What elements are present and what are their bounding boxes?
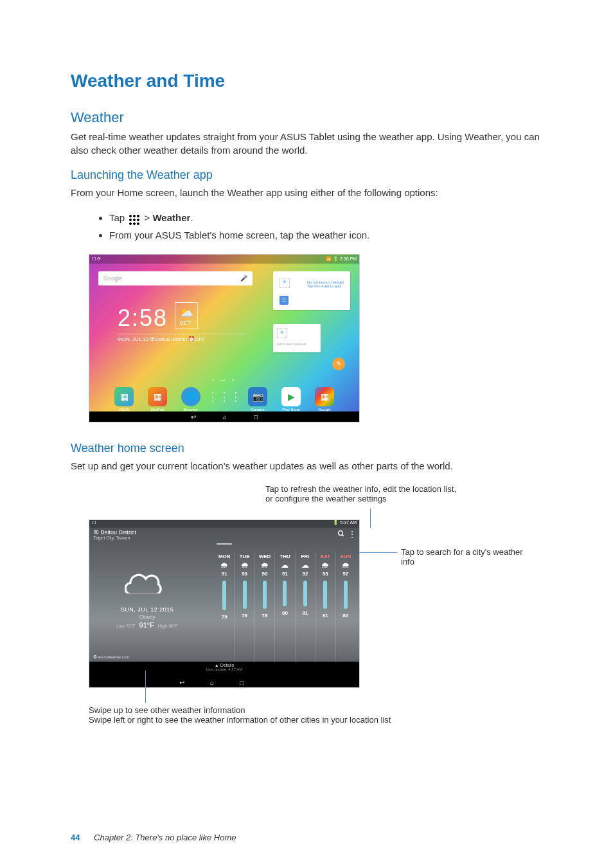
temp-bar — [283, 581, 287, 606]
weather-icon: ☁ — [296, 561, 315, 570]
home-icon[interactable]: ⌂ — [210, 679, 214, 686]
temp-bar — [344, 581, 348, 609]
temp-bar — [303, 581, 307, 606]
callout-menu: Tap to refresh the weather info, edit th… — [265, 484, 477, 503]
home-screen-screenshot: ☐ ⟳ 📶 🔋 2:58 PM Google 🎤 2:58 ⛅ 91°F MON… — [89, 254, 360, 422]
current-weather-pane[interactable]: SUN, JUL 12 2015 Cloudy Low 79°F 91°F Hi… — [89, 559, 205, 629]
status-left-icons: ☐ ⟳ — [92, 257, 101, 262]
callout-swipe: Swipe up to see other weather informatio… — [89, 705, 391, 725]
current-date: SUN, JUL 12 2015 — [89, 606, 205, 613]
drag-handle[interactable] — [217, 543, 232, 545]
home-screen-paragraph: Set up and get your current location's w… — [71, 459, 542, 473]
clock-weather-widget[interactable]: 2:58 ⛅ 91°F MON, JUL 13 ⦿Beitou District… — [118, 305, 246, 342]
back-icon[interactable]: ↩ — [179, 679, 184, 686]
back-icon[interactable]: ↩ — [191, 413, 196, 420]
home-icon[interactable]: ⌂ — [223, 413, 227, 420]
add-notebook-icon[interactable]: + — [277, 328, 287, 338]
dock-app-google[interactable]: ▦Google — [313, 387, 336, 411]
android-nav-bar: ↩ ⌂ □ — [89, 411, 359, 422]
dock-app-asus[interactable]: ▦ASUS — [112, 387, 136, 411]
details-bar[interactable]: ⦿ AccuWeather.com ▲ Details Last update:… — [89, 662, 359, 677]
notebook-widget[interactable]: + Add a new notebook — [273, 324, 321, 352]
dock-app-allapps[interactable]: ⋮⋮⋮ — [213, 387, 236, 411]
android-nav-bar: ↩ ⌂ □ — [89, 677, 359, 687]
svg-line-1 — [342, 535, 344, 537]
weather-icon-box[interactable]: ⛅ 91°F — [175, 302, 198, 329]
temperature: 91°F — [179, 320, 193, 326]
cloud-icon — [125, 564, 170, 593]
status-right: 📶 🔋 2:58 PM — [326, 257, 357, 262]
weather-icon: 🌧 — [315, 561, 335, 570]
microphone-icon[interactable]: 🎤 — [240, 275, 247, 282]
contacts-widget[interactable]: + No contacts in widget Tap this area to… — [273, 271, 350, 310]
document-page: Weather and Time Weather Get real-time w… — [0, 0, 613, 868]
low-temp: 81 — [296, 610, 315, 616]
callout-search: Tap to search for a city's weather info — [401, 547, 538, 566]
last-update: Last update: 4:37 AM — [89, 667, 359, 671]
day-name: WED — [255, 554, 274, 559]
recent-icon[interactable]: □ — [254, 413, 258, 420]
forecast-day-tue[interactable]: TUE🌧9078 — [234, 551, 254, 662]
section-title: Weather and Time — [71, 71, 542, 91]
low-temp: 78 — [235, 613, 254, 619]
home-screen-heading: Weather home screen — [71, 442, 542, 455]
launch-heading: Launching the Weather app — [71, 168, 542, 182]
dock-app-playstore[interactable]: ▶Play Store — [280, 387, 303, 411]
weather-heading: Weather — [71, 109, 542, 126]
clock-time: 2:58 — [118, 305, 168, 332]
temp-bar — [222, 581, 226, 610]
search-icon — [337, 530, 345, 538]
forecast-day-sat[interactable]: SAT🌧9381 — [315, 551, 335, 662]
status-bar: ☐ ⟳ 📶 🔋 2:58 PM — [89, 255, 359, 264]
status-left-icons: ☐ — [92, 520, 96, 528]
high-temp: 92 — [296, 571, 315, 577]
dock-app-camera[interactable]: 📷Camera — [246, 387, 269, 411]
text: > — [145, 212, 153, 223]
forecast-day-wed[interactable]: WED🌧9078 — [254, 551, 274, 662]
google-search-bar[interactable]: Google 🎤 — [98, 271, 253, 285]
weather-screenshot-wrapper: Tap to refresh the weather info, edit th… — [89, 484, 538, 722]
callout-line — [359, 552, 397, 553]
recent-icon[interactable]: □ — [240, 679, 244, 686]
contacts-app-icon[interactable]: ☰ — [280, 296, 289, 305]
high-temp: 90 — [255, 571, 274, 577]
page-footer: 44 Chapter 2: There's no place like Home — [71, 833, 236, 842]
forecast-panel[interactable]: MON🌧9179TUE🌧9078WED🌧9078THU☁9180FRI☁9281… — [215, 551, 355, 662]
temp-bar — [323, 581, 327, 609]
add-notebook-label: Add a new notebook — [277, 342, 317, 346]
search-button[interactable] — [337, 530, 345, 539]
menu-button[interactable]: ⋮ — [348, 530, 355, 539]
forecast-day-fri[interactable]: FRI☁9281 — [295, 551, 315, 662]
fab-button[interactable]: ✎ — [332, 357, 345, 370]
accuweather-credit: ⦿ AccuWeather.com — [93, 655, 129, 659]
day-name: TUE — [235, 554, 254, 559]
weather-app-screenshot: ☐ 🔋 5:37 AM ⦿ Beitou District Taipei Cit… — [89, 520, 360, 688]
page-number: 44 — [71, 833, 80, 842]
high-temp: 93 — [315, 571, 335, 577]
status-bar: ☐ 🔋 5:37 AM — [89, 520, 359, 528]
app-grid-icon — [129, 214, 140, 226]
dock-app-zenpad[interactable]: ▦ZenPad — [146, 387, 169, 411]
weather-icon: ☁ — [275, 561, 294, 570]
weather-label: Weather — [152, 212, 190, 223]
forecast-day-thu[interactable]: THU☁9180 — [274, 551, 294, 662]
low-temp: 80 — [336, 613, 355, 619]
forecast-day-sun[interactable]: SUN🌧9280 — [335, 551, 355, 662]
weather-icon: 🌧 — [255, 561, 274, 570]
location-city: Taipei City, Taiwan — [93, 536, 136, 540]
add-contact-icon[interactable]: + — [280, 278, 290, 288]
page-indicator: • — • — [89, 377, 359, 383]
low-temp: 81 — [315, 613, 335, 619]
text: . — [190, 212, 193, 223]
text: Tap — [109, 212, 125, 223]
day-name: SAT — [315, 554, 335, 559]
current-condition: Cloudy — [89, 614, 205, 620]
high-temp: High 96°F — [158, 624, 178, 628]
dock-app-browser[interactable]: 🌐Browser — [179, 387, 202, 411]
forecast-day-mon[interactable]: MON🌧9179 — [215, 551, 234, 662]
day-name: SUN — [336, 554, 355, 559]
weather-icon: 🌧 — [336, 561, 355, 570]
search-placeholder: Google — [103, 275, 122, 282]
high-temp: 92 — [336, 571, 355, 577]
location-header[interactable]: ⦿ Beitou District Taipei City, Taiwan — [93, 529, 136, 540]
